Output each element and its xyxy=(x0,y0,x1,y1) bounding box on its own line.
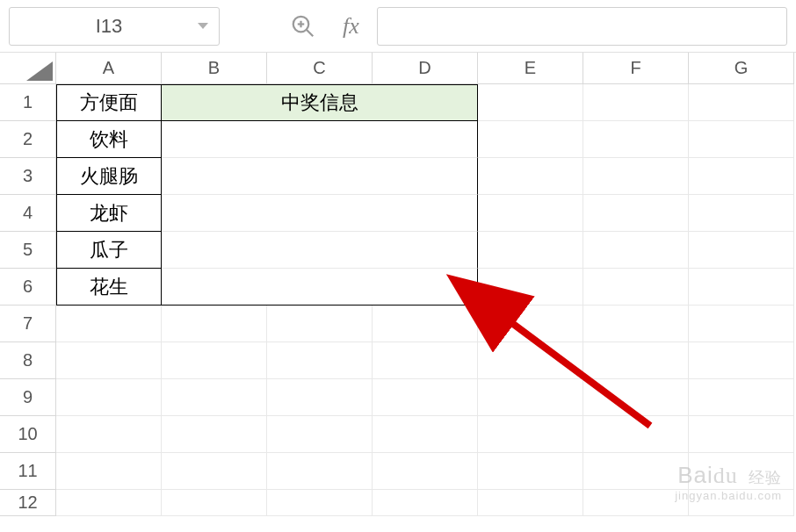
row-header[interactable]: 7 xyxy=(0,306,56,342)
cell-A3[interactable]: 火腿肠 xyxy=(56,158,162,195)
cell-A2[interactable]: 饮料 xyxy=(56,121,162,158)
cell-F6[interactable] xyxy=(583,269,689,306)
cell-F4[interactable] xyxy=(583,195,689,232)
cell[interactable] xyxy=(56,342,162,379)
cell-G3[interactable] xyxy=(689,158,794,195)
fx-label[interactable]: fx xyxy=(343,13,359,40)
cell[interactable] xyxy=(478,306,583,342)
cell[interactable] xyxy=(56,379,162,416)
cell[interactable] xyxy=(373,490,478,516)
cell[interactable] xyxy=(267,342,373,379)
col-header-D[interactable]: D xyxy=(373,53,478,84)
select-all-corner[interactable] xyxy=(0,53,56,84)
row-header[interactable]: 9 xyxy=(0,379,56,416)
cell[interactable] xyxy=(373,416,478,453)
zoom-icon[interactable] xyxy=(290,13,316,40)
cell[interactable] xyxy=(478,416,583,453)
cell[interactable] xyxy=(267,490,373,516)
cell[interactable] xyxy=(373,342,478,379)
col-header-F[interactable]: F xyxy=(583,53,689,84)
cell-E4[interactable] xyxy=(478,195,583,232)
row-header[interactable]: 1 xyxy=(0,84,56,121)
svg-line-1 xyxy=(307,29,314,36)
cell-G1[interactable] xyxy=(689,84,794,121)
cell-B2D2[interactable] xyxy=(162,121,478,158)
cell[interactable] xyxy=(162,453,267,490)
cell[interactable] xyxy=(162,490,267,516)
cell[interactable] xyxy=(56,306,162,342)
col-header-B[interactable]: B xyxy=(162,53,267,84)
cell[interactable] xyxy=(56,490,162,516)
cell-E5[interactable] xyxy=(478,232,583,269)
cell[interactable] xyxy=(373,379,478,416)
cell[interactable] xyxy=(267,306,373,342)
row-header[interactable]: 4 xyxy=(0,195,56,232)
cell[interactable] xyxy=(583,453,689,490)
cell-E6[interactable] xyxy=(478,269,583,306)
row-header[interactable]: 10 xyxy=(0,416,56,453)
formula-input[interactable] xyxy=(377,7,787,46)
row-header[interactable]: 6 xyxy=(0,269,56,306)
cell-B6D6[interactable] xyxy=(162,269,478,306)
col-header-C[interactable]: C xyxy=(267,53,373,84)
cell-E2[interactable] xyxy=(478,121,583,158)
cell[interactable] xyxy=(583,416,689,453)
cell-E3[interactable] xyxy=(478,158,583,195)
cell[interactable] xyxy=(478,342,583,379)
row-header[interactable]: 2 xyxy=(0,121,56,158)
cell[interactable] xyxy=(583,342,689,379)
name-box[interactable]: I13 xyxy=(9,7,220,46)
col-header-A[interactable]: A xyxy=(56,53,162,84)
cell[interactable] xyxy=(689,453,794,490)
cell-merged-B1D1[interactable]: 中奖信息 xyxy=(162,84,478,121)
cell[interactable] xyxy=(162,342,267,379)
cell[interactable] xyxy=(373,453,478,490)
cell-F1[interactable] xyxy=(583,84,689,121)
col-header-E[interactable]: E xyxy=(478,53,583,84)
cell-E1[interactable] xyxy=(478,84,583,121)
cell-F2[interactable] xyxy=(583,121,689,158)
cell[interactable] xyxy=(689,306,794,342)
cell-A1[interactable]: 方便面 xyxy=(56,84,162,121)
cell[interactable] xyxy=(56,453,162,490)
cell[interactable] xyxy=(689,416,794,453)
cell[interactable] xyxy=(689,379,794,416)
col-header-G[interactable]: G xyxy=(689,53,794,84)
cell-F3[interactable] xyxy=(583,158,689,195)
cell[interactable] xyxy=(162,306,267,342)
cell-A6[interactable]: 花生 xyxy=(56,269,162,306)
cell[interactable] xyxy=(478,490,583,516)
cell[interactable] xyxy=(583,306,689,342)
cell-G4[interactable] xyxy=(689,195,794,232)
cell-B3D3[interactable] xyxy=(162,158,478,195)
cell[interactable] xyxy=(583,490,689,516)
chevron-down-icon[interactable] xyxy=(198,23,208,29)
cell-G6[interactable] xyxy=(689,269,794,306)
cell[interactable] xyxy=(478,379,583,416)
cell-B4D4[interactable] xyxy=(162,195,478,232)
cell[interactable] xyxy=(478,453,583,490)
cell-G5[interactable] xyxy=(689,232,794,269)
cell[interactable] xyxy=(689,490,794,516)
row-header[interactable]: 3 xyxy=(0,158,56,195)
cell[interactable] xyxy=(267,453,373,490)
cell[interactable] xyxy=(373,306,478,342)
cell[interactable] xyxy=(583,379,689,416)
row-header[interactable]: 5 xyxy=(0,232,56,269)
column-headers: A B C D E F G xyxy=(0,53,796,84)
cell[interactable] xyxy=(162,379,267,416)
cell[interactable] xyxy=(267,416,373,453)
cell[interactable] xyxy=(162,416,267,453)
cell-A5[interactable]: 瓜子 xyxy=(56,232,162,269)
cell-A4[interactable]: 龙虾 xyxy=(56,195,162,232)
fx-group: fx xyxy=(290,13,359,40)
cell-B5D5[interactable] xyxy=(162,232,478,269)
cell[interactable] xyxy=(689,342,794,379)
cell[interactable] xyxy=(267,379,373,416)
cell[interactable] xyxy=(56,416,162,453)
row-header[interactable]: 8 xyxy=(0,342,56,379)
row-header[interactable]: 12 xyxy=(0,490,56,516)
cell-F5[interactable] xyxy=(583,232,689,269)
row-header[interactable]: 11 xyxy=(0,453,56,490)
cell-G2[interactable] xyxy=(689,121,794,158)
